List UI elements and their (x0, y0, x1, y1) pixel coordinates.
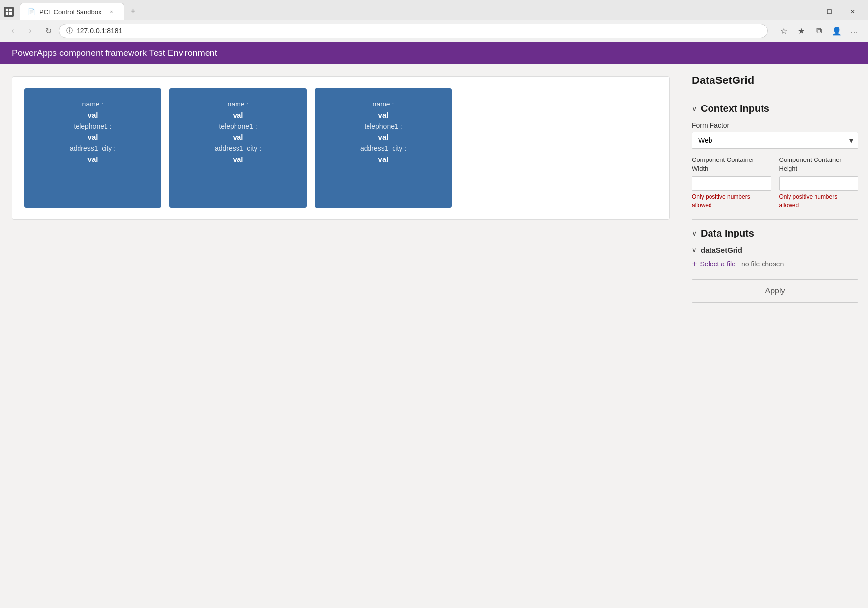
app-header-title: PowerApps component framework Test Envir… (12, 48, 217, 58)
file-select-row: + Select a file no file chosen (692, 259, 858, 269)
card1-name-label: name : (82, 100, 104, 108)
card2-tel-value: val (233, 133, 243, 141)
plus-icon: + (692, 259, 697, 269)
svg-rect-1 (9, 8, 12, 11)
container-height-error: Only positive numbers allowed (779, 193, 859, 210)
address-bar[interactable]: ⓘ 127.0.0.1:8181 (59, 24, 768, 38)
data-inputs-title: Data Inputs (701, 228, 754, 239)
more-icon[interactable]: … (846, 23, 862, 39)
browser-tab[interactable]: 📄 PCF Control Sandbox × (20, 3, 124, 20)
close-button[interactable]: ✕ (842, 4, 864, 20)
card1-addr-label: address1_city : (70, 144, 116, 152)
profile-icon[interactable]: 👤 (829, 23, 844, 39)
container-height-label: Component Container Height (779, 156, 859, 173)
info-icon: ⓘ (66, 26, 73, 35)
container-dimensions: Component Container Width Only positive … (692, 156, 858, 210)
card1-tel-value: val (88, 133, 98, 141)
context-inputs-title: Context Inputs (701, 103, 769, 114)
new-tab-button[interactable]: + (126, 5, 140, 19)
card2-tel-label: telephone1 : (219, 122, 257, 130)
container-width-label: Component Container Width (692, 156, 771, 173)
card2-name-value: val (233, 111, 243, 119)
dataset-grid-chevron: ∨ (692, 246, 697, 254)
right-panel: DataSetGrid ∨ Context Inputs Form Factor… (682, 64, 868, 594)
panel-title: DataSetGrid (692, 74, 858, 87)
card3-addr-value: val (378, 155, 389, 163)
svg-rect-2 (6, 12, 8, 14)
maximize-button[interactable]: ☐ (818, 4, 841, 20)
card1-tel-label: telephone1 : (74, 122, 111, 130)
svg-rect-3 (9, 12, 12, 14)
main-content: name : val telephone1 : val address1_cit… (0, 64, 682, 594)
dataset-card-2: name : val telephone1 : val address1_cit… (169, 88, 307, 208)
collections-icon[interactable]: ⧉ (811, 23, 827, 39)
context-inputs-header[interactable]: ∨ Context Inputs (692, 103, 858, 114)
container-width-input[interactable] (692, 176, 771, 191)
container-height-col: Component Container Height Only positive… (779, 156, 859, 210)
canvas-area: name : val telephone1 : val address1_cit… (12, 76, 670, 220)
no-file-text: no file chosen (741, 260, 784, 268)
container-width-error: Only positive numbers allowed (692, 193, 771, 210)
back-button[interactable]: ‹ (6, 24, 20, 38)
container-width-col: Component Container Width Only positive … (692, 156, 771, 210)
container-height-input[interactable] (779, 176, 859, 191)
select-file-button[interactable]: + Select a file (692, 259, 736, 269)
tab-title: PCF Control Sandbox (39, 8, 101, 16)
context-inputs-section: ∨ Context Inputs Form Factor Web Tablet … (692, 103, 858, 210)
card1-name-value: val (88, 111, 98, 119)
dataset-grid-title: dataSetGrid (701, 246, 742, 254)
card3-tel-value: val (378, 133, 389, 141)
app-body: name : val telephone1 : val address1_cit… (0, 64, 868, 594)
tab-page-icon: 📄 (28, 8, 35, 15)
card3-name-label: name : (373, 100, 394, 108)
svg-rect-0 (6, 8, 8, 11)
window-controls: — ☐ ✕ (794, 4, 864, 20)
app-header: PowerApps component framework Test Envir… (0, 42, 868, 64)
form-factor-select[interactable]: Web Tablet Phone (692, 132, 858, 149)
dataset-card-3: name : val telephone1 : val address1_cit… (315, 88, 452, 208)
card2-addr-value: val (233, 155, 243, 163)
card3-name-value: val (378, 111, 389, 119)
refresh-button[interactable]: ↻ (41, 24, 55, 38)
card3-tel-label: telephone1 : (364, 122, 402, 130)
card3-addr-label: address1_city : (360, 144, 406, 152)
tab-close-button[interactable]: × (107, 7, 116, 16)
apply-button[interactable]: Apply (692, 279, 858, 303)
panel-divider-2 (692, 219, 858, 220)
favorites-icon[interactable]: ☆ (776, 23, 791, 39)
star-icon[interactable]: ★ (793, 23, 809, 39)
address-text: 127.0.0.1:8181 (77, 27, 761, 35)
dataset-grid-header[interactable]: ∨ dataSetGrid (692, 246, 858, 254)
context-inputs-chevron: ∨ (692, 105, 697, 113)
browser-frame: 📄 PCF Control Sandbox × + — ☐ ✕ ‹ › ↻ ⓘ … (0, 0, 868, 42)
forward-button[interactable]: › (24, 24, 37, 38)
dataset-card-1: name : val telephone1 : val address1_cit… (24, 88, 161, 208)
card2-addr-label: address1_city : (215, 144, 261, 152)
select-file-label: Select a file (700, 260, 736, 268)
form-factor-field: Form Factor Web Tablet Phone (692, 121, 858, 149)
data-inputs-chevron: ∨ (692, 229, 697, 237)
card2-name-label: name : (228, 100, 249, 108)
window-icon (4, 7, 14, 17)
data-inputs-header[interactable]: ∨ Data Inputs (692, 228, 858, 239)
toolbar-icons: ☆ ★ ⧉ 👤 … (776, 23, 862, 39)
tab-bar: 📄 PCF Control Sandbox × + (16, 3, 789, 20)
dataset-grid-subsection: ∨ dataSetGrid + Select a file no file ch… (692, 246, 858, 269)
data-inputs-section: ∨ Data Inputs ∨ dataSetGrid + Select a f… (692, 228, 858, 269)
form-factor-label: Form Factor (692, 121, 858, 129)
title-bar: 📄 PCF Control Sandbox × + — ☐ ✕ (0, 0, 868, 20)
panel-divider-1 (692, 95, 858, 95)
address-bar-row: ‹ › ↻ ⓘ 127.0.0.1:8181 ☆ ★ ⧉ 👤 … (0, 20, 868, 42)
minimize-button[interactable]: — (794, 4, 817, 20)
card1-addr-value: val (88, 155, 98, 163)
form-factor-select-wrapper: Web Tablet Phone (692, 132, 858, 149)
